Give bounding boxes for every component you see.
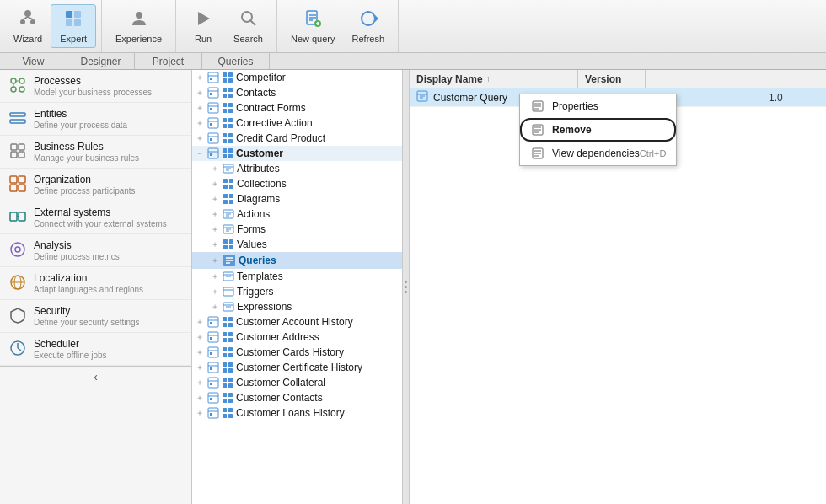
tree-node-collections[interactable]: ＋ Collections [192,176,409,191]
svg-rect-33 [10,176,17,183]
sidebar-item-entities[interactable]: Entities Define your process data [0,103,191,136]
svg-rect-72 [223,118,227,122]
expand-contract-forms[interactable]: ＋ [196,102,207,114]
wizard-button[interactable]: Wizard [5,4,51,48]
sidebar-item-localization[interactable]: Localization Adapt languages and regions [0,267,191,300]
expand-cah[interactable]: ＋ [196,316,207,328]
search-button[interactable]: Search [225,4,271,48]
expand-collections[interactable]: ＋ [211,178,223,190]
context-menu-properties[interactable]: Properties [520,94,676,118]
sidebar-collapse-button[interactable]: ‹ [0,366,191,387]
experience-button[interactable]: Experience [107,4,170,48]
expand-actions[interactable]: ＋ [211,208,223,220]
tree-node-attributes[interactable]: ＋ Attributes [192,161,409,176]
new-query-button[interactable]: New query [282,4,344,48]
tree-node-contract-forms[interactable]: ＋ Contract Forms [192,100,409,115]
tree-node-customer-certificate-history[interactable]: ＋ Customer Certificate History [192,360,409,375]
expand-customer[interactable]: － [196,147,207,159]
expand-corrective-action[interactable]: ＋ [196,117,207,129]
tab-designer[interactable]: Designer [67,53,135,69]
expand-triggers[interactable]: ＋ [211,286,223,298]
svg-rect-52 [228,72,233,77]
expand-contacts[interactable]: ＋ [196,87,207,99]
tree-node-actions[interactable]: ＋ Actions [192,206,409,222]
run-button[interactable]: Run [181,4,225,48]
expand-diagrams[interactable]: ＋ [211,193,223,205]
expand-ccol[interactable]: ＋ [196,377,207,389]
tree-node-customer-collateral[interactable]: ＋ Customer Collateral [192,375,409,390]
tree-node-queries[interactable]: ＋ Queries [192,252,409,269]
tree-node-expressions[interactable]: ＋ Expressions [192,299,409,314]
tree-node-contacts[interactable]: ＋ Contacts [192,85,409,100]
tab-queries[interactable]: Queries [202,53,270,69]
sidebar-item-processes[interactable]: Processes Model your business processes [0,70,191,103]
sidebar-item-business-rules[interactable]: Business Rules Manage your business rule… [0,136,191,169]
expand-cch[interactable]: ＋ [196,346,207,358]
tree-node-diagrams[interactable]: ＋ Diagrams [192,191,409,206]
svg-rect-100 [223,200,228,204]
svg-rect-98 [223,194,228,198]
expand-clh[interactable]: ＋ [196,407,207,419]
tree-node-corrective-action[interactable]: ＋ Corrective Action [192,115,409,131]
expand-ccon[interactable]: ＋ [196,392,207,404]
tab-view[interactable]: View [0,53,67,69]
tree-node-customer-account-history[interactable]: ＋ Customer Account History [192,314,409,330]
tree-label-customer-cards-history: Customer Cards History [236,346,344,358]
tree-label-diagrams: Diagrams [237,193,280,205]
expand-queries[interactable]: ＋ [211,255,223,266]
svg-rect-30 [19,144,24,150]
tree-node-forms[interactable]: ＋ Forms [192,222,409,237]
tree-label-corrective-action: Corrective Action [236,117,313,129]
context-menu-remove[interactable]: Remove [520,118,676,142]
sidebar-item-scheduler[interactable]: Scheduler Execute offline jobs [0,333,191,366]
tree-panel-splitter[interactable] [402,70,409,504]
expand-attributes[interactable]: ＋ [211,163,223,174]
svg-rect-7 [66,19,72,26]
tree-node-credit-card[interactable]: ＋ Credit Card Product [192,131,409,146]
tree-node-customer[interactable]: － Customer [192,146,409,161]
tree-label-contacts: Contacts [236,87,276,99]
credit-card-grid-icon [222,132,233,144]
svg-rect-99 [229,194,233,198]
contacts-expand-icon [207,87,219,99]
svg-rect-60 [223,94,227,98]
toolbar-group-designer: Experience [102,0,176,52]
sidebar-item-external-systems[interactable]: External systems Connect with your exter… [0,201,191,234]
expand-templates[interactable]: ＋ [211,271,223,282]
sidebar-item-analysis[interactable]: Analysis Define process metrics [0,234,191,267]
tree-node-templates[interactable]: ＋ Templates [192,269,409,284]
svg-rect-73 [228,118,233,122]
tree-node-customer-loans-history[interactable]: ＋ Customer Loans History [192,405,409,421]
svg-rect-130 [223,317,227,321]
svg-rect-79 [223,133,227,137]
scheduler-desc: Execute offline jobs [34,351,185,360]
svg-rect-167 [223,399,227,403]
tree-node-triggers[interactable]: ＋ Triggers [192,284,409,299]
remove-icon [530,122,545,137]
tab-project[interactable]: Project [135,53,202,69]
tree-node-competitor[interactable]: ＋ Competitor [192,70,409,85]
expand-ca[interactable]: ＋ [196,331,207,343]
sidebar-item-organization[interactable]: Organization Define process participants [0,169,191,201]
expand-credit-card[interactable]: ＋ [196,132,207,144]
expand-cceh[interactable]: ＋ [196,362,207,373]
refresh-button[interactable]: Refresh [344,4,394,48]
tree-node-customer-contacts[interactable]: ＋ Customer Contacts [192,390,409,405]
expand-forms[interactable]: ＋ [211,223,223,235]
expert-button[interactable]: Expert [51,4,96,48]
svg-rect-145 [228,347,233,351]
tree-label-values: Values [237,239,267,250]
tree-node-values[interactable]: ＋ Values [192,237,409,252]
expand-expressions[interactable]: ＋ [211,301,223,313]
sidebar-item-security[interactable]: Security Define your security settings [0,300,191,333]
clh-grid-icon [222,407,233,419]
tree-node-customer-address[interactable]: ＋ Customer Address [192,330,409,345]
expand-competitor[interactable]: ＋ [196,72,207,83]
svg-rect-29 [11,144,17,150]
context-menu-view-dependencies[interactable]: View dependencies Ctrl+D [520,142,676,165]
tree-node-customer-cards-history[interactable]: ＋ Customer Cards History [192,345,409,360]
svg-point-2 [30,19,35,24]
tree-label-forms: Forms [237,223,266,235]
svg-rect-113 [229,245,233,249]
expand-values[interactable]: ＋ [211,239,223,250]
